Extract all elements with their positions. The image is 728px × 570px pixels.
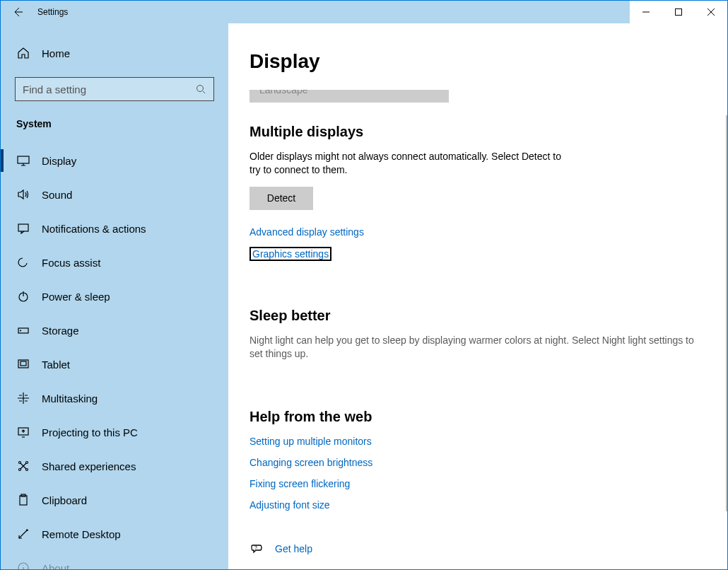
nav-label: Sound bbox=[42, 189, 72, 201]
home-icon bbox=[16, 46, 30, 60]
settings-window: Settings Home System bbox=[0, 0, 728, 570]
advanced-display-link[interactable]: Advanced display settings bbox=[249, 226, 364, 238]
nav-label: Focus assist bbox=[42, 257, 100, 269]
search-input[interactable] bbox=[23, 83, 195, 95]
get-help-row[interactable]: ? Get help bbox=[249, 538, 727, 559]
multiple-displays-text: Older displays might not always connect … bbox=[249, 150, 568, 177]
nav-label: Remote Desktop bbox=[42, 528, 121, 540]
window-title: Settings bbox=[37, 7, 68, 17]
display-icon bbox=[16, 153, 30, 168]
svg-text:?: ? bbox=[254, 545, 257, 549]
nav-label: Shared experiences bbox=[42, 460, 136, 472]
section-header: System bbox=[1, 118, 228, 129]
svg-point-1 bbox=[197, 86, 204, 92]
svg-rect-14 bbox=[20, 496, 27, 505]
scroll-area: Landscape Multiple displays Older displa… bbox=[228, 90, 727, 562]
sleep-better-heading: Sleep better bbox=[249, 308, 727, 324]
multitasking-icon bbox=[16, 391, 30, 405]
home-label: Home bbox=[42, 47, 70, 59]
nav-item-projecting[interactable]: Projecting to this PC bbox=[1, 415, 228, 449]
nav-item-tablet[interactable]: Tablet bbox=[1, 347, 228, 381]
svg-rect-8 bbox=[20, 361, 26, 366]
nav-item-sound[interactable]: Sound bbox=[1, 178, 228, 211]
svg-rect-2 bbox=[18, 156, 29, 163]
body: Home System Display Sound bbox=[1, 23, 727, 569]
help-link-monitors[interactable]: Setting up multiple monitors bbox=[249, 436, 372, 447]
minimize-button[interactable] bbox=[630, 1, 662, 23]
nav-item-power[interactable]: Power & sleep bbox=[1, 279, 228, 313]
nav-item-display[interactable]: Display bbox=[1, 144, 228, 178]
graphics-settings-link[interactable]: Graphics settings bbox=[249, 247, 331, 261]
home-button[interactable]: Home bbox=[1, 37, 228, 69]
nav-list: Display Sound Notifications & actions Fo… bbox=[1, 144, 228, 569]
nav-item-notifications[interactable]: Notifications & actions bbox=[1, 211, 228, 245]
titlebar: Settings bbox=[1, 1, 727, 23]
window-controls bbox=[630, 1, 727, 23]
nav-item-focus[interactable]: Focus assist bbox=[1, 245, 228, 279]
svg-point-6 bbox=[20, 330, 21, 331]
sound-icon bbox=[16, 187, 30, 202]
multiple-displays-heading: Multiple displays bbox=[249, 124, 727, 140]
nav-item-storage[interactable]: Storage bbox=[1, 313, 228, 347]
svg-rect-0 bbox=[676, 9, 682, 16]
help-web-heading: Help from the web bbox=[249, 409, 727, 425]
storage-icon bbox=[16, 323, 30, 337]
maximize-button[interactable] bbox=[662, 1, 695, 23]
tablet-icon bbox=[16, 357, 30, 371]
nav-label: Display bbox=[42, 155, 76, 167]
shared-icon bbox=[16, 459, 30, 473]
nav-label: Projecting to this PC bbox=[42, 426, 138, 438]
nav-item-about[interactable]: About bbox=[1, 551, 228, 569]
nav-label: About bbox=[42, 562, 69, 570]
nav-label: Storage bbox=[42, 325, 79, 337]
power-icon bbox=[16, 289, 30, 303]
help-link-brightness[interactable]: Changing screen brightness bbox=[249, 457, 372, 468]
focus-icon bbox=[16, 255, 30, 269]
get-help-link[interactable]: Get help bbox=[275, 543, 312, 554]
about-icon bbox=[16, 561, 30, 569]
nav-label: Multitasking bbox=[42, 392, 98, 405]
help-link-flickering[interactable]: Fixing screen flickering bbox=[249, 478, 350, 489]
search-box[interactable] bbox=[15, 77, 214, 101]
clipboard-icon bbox=[16, 493, 30, 507]
nav-item-clipboard[interactable]: Clipboard bbox=[1, 483, 228, 517]
nav-item-remote[interactable]: Remote Desktop bbox=[1, 517, 228, 551]
help-link-fontsize[interactable]: Adjusting font size bbox=[249, 499, 330, 511]
sleep-better-text: Night light can help you get to sleep by… bbox=[249, 334, 709, 361]
close-button[interactable] bbox=[695, 1, 727, 23]
notifications-icon bbox=[16, 221, 30, 235]
feedback-row[interactable]: Give feedback bbox=[249, 559, 727, 562]
nav-item-multitasking[interactable]: Multitasking bbox=[1, 381, 228, 415]
detect-button[interactable]: Detect bbox=[249, 187, 313, 210]
nav-item-shared[interactable]: Shared experiences bbox=[1, 449, 228, 483]
nav-label: Clipboard bbox=[42, 494, 87, 506]
search-icon bbox=[195, 83, 206, 95]
nav-label: Power & sleep bbox=[42, 291, 110, 303]
content: Display Landscape Multiple displays Olde… bbox=[228, 23, 727, 569]
back-button[interactable] bbox=[1, 1, 35, 23]
remote-icon bbox=[16, 527, 30, 541]
projecting-icon bbox=[16, 425, 30, 439]
sidebar: Home System Display Sound bbox=[1, 23, 228, 569]
help-icon: ? bbox=[249, 542, 264, 556]
svg-rect-3 bbox=[18, 224, 28, 231]
nav-label: Tablet bbox=[42, 359, 70, 371]
nav-label: Notifications & actions bbox=[42, 223, 146, 235]
orientation-dropdown[interactable]: Landscape bbox=[249, 90, 449, 103]
page-title: Display bbox=[228, 23, 727, 80]
